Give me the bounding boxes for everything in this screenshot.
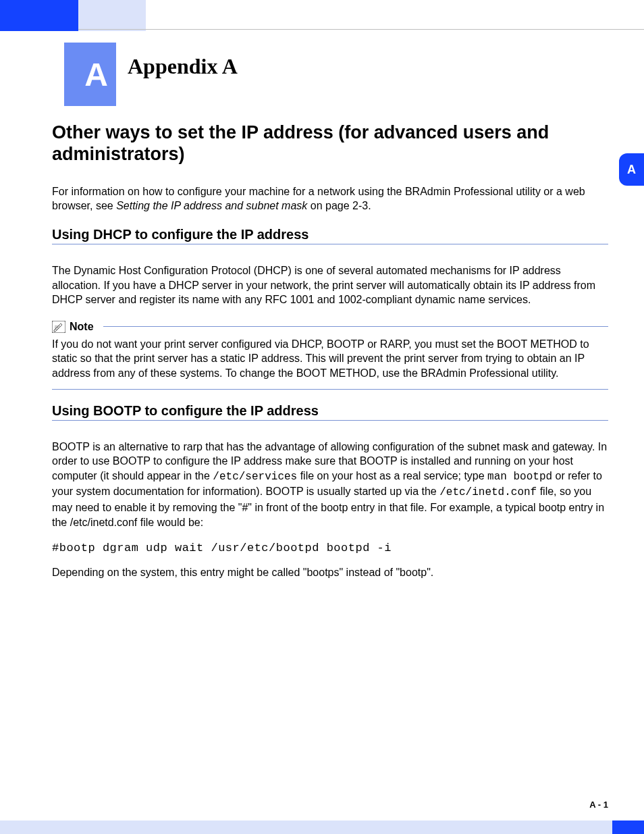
bottom-bar (0, 820, 644, 834)
bottom-corner (612, 820, 644, 834)
section2-p2: Depending on the system, this entry migh… (52, 565, 608, 580)
top-divider (78, 29, 644, 30)
s2-code3: /etc/inetd.conf (439, 486, 537, 498)
section2-title: Using BOOTP to configure the IP address (52, 403, 608, 421)
intro-post: on page 2-3. (307, 200, 371, 211)
page-h1: Other ways to set the IP address (for ad… (52, 122, 608, 165)
s2-p1b: file on your host as a real service; typ… (297, 470, 487, 481)
section1-title: Using DHCP to configure the IP address (52, 227, 608, 244)
section1-body: The Dynamic Host Configuration Protocol … (52, 263, 608, 307)
section2-p1: BOOTP is an alternative to rarp that has… (52, 440, 608, 530)
section2-code-line: #bootp dgram udp wait /usr/etc/bootpd bo… (52, 542, 608, 554)
top-blue-bar (0, 0, 78, 31)
s2-code2: man bootpd (487, 471, 552, 483)
note-label: Note (70, 321, 94, 333)
side-tab[interactable]: A (619, 153, 644, 186)
appendix-title: Appendix A (128, 54, 238, 79)
side-tab-label: A (627, 163, 636, 177)
intro-link[interactable]: Setting the IP address and subnet mask (116, 200, 307, 211)
page-number: A - 1 (589, 800, 608, 810)
appendix-letter-box: A (64, 43, 116, 106)
note-header: Note (52, 321, 608, 333)
note-divider (103, 326, 608, 327)
note-body: If you do not want your print server con… (52, 337, 608, 390)
s2-code1: /etc/services (213, 471, 297, 483)
pencil-icon (52, 321, 65, 333)
content-area: Other ways to set the IP address (for ad… (52, 122, 608, 592)
top-light-blue (78, 0, 146, 31)
appendix-letter: A (84, 56, 108, 93)
intro-paragraph: For information on how to configure your… (52, 184, 608, 213)
